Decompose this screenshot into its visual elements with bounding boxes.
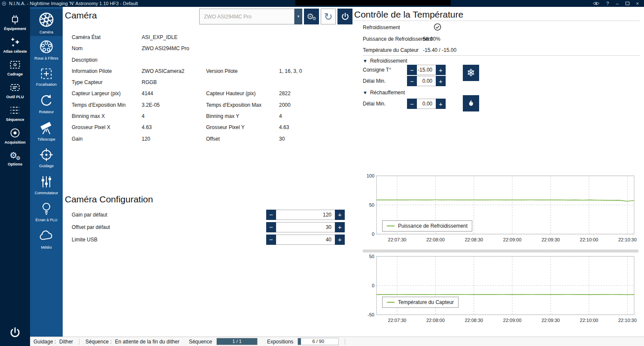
maximize-button[interactable]	[626, 0, 629, 6]
equipment-sidebar: Caméra Roue à Filtres Focalisation Rotat…	[30, 7, 63, 337]
sidebar-item-sequence[interactable]: Séquence	[0, 102, 30, 124]
info-label	[206, 32, 279, 43]
decrement-button[interactable]: −	[407, 99, 417, 109]
chart-splitter[interactable]	[363, 250, 638, 253]
equipment-tab-filter-wheel[interactable]: Roue à Filtres	[30, 36, 63, 63]
equipment-tab-telescope[interactable]: Télescope	[30, 117, 63, 144]
equipment-tab-weather[interactable]: Météo	[30, 225, 63, 252]
sidebar-item-flat-wizard[interactable]: Outil PLU	[0, 79, 30, 102]
telescope-icon	[38, 120, 55, 136]
info-label: Nom	[72, 43, 142, 54]
decrement-button[interactable]: −	[266, 210, 276, 220]
minimize-button[interactable]: –	[616, 0, 618, 6]
start-warming-button[interactable]	[463, 95, 479, 111]
increment-button[interactable]: +	[436, 65, 446, 75]
shutdown-button[interactable]	[0, 326, 30, 339]
target-temp-input[interactable]	[417, 65, 436, 75]
start-cooling-button[interactable]: ❄	[463, 65, 479, 81]
warming-duration-label: Délai Min.	[363, 101, 386, 107]
usb-limit-stepper: − +	[266, 235, 345, 245]
increment-button[interactable]: +	[335, 222, 345, 232]
info-value: ASI_EXP_IDLE	[142, 32, 206, 43]
offset-default-input[interactable]	[276, 222, 335, 232]
offset-default-stepper: − +	[266, 222, 345, 232]
content-area: Caméra ZWO ASI294MC Pro ▼ ⚙ ⚙ ↻ Caméra É…	[63, 7, 644, 337]
decrement-button[interactable]: −	[266, 235, 276, 245]
cooler-label: Refroidissement	[363, 24, 400, 30]
sidebar-item-framing[interactable]: Cadrage	[0, 56, 30, 79]
sidebar-item-options[interactable]: ⚙⚙ Options	[0, 147, 30, 170]
cooler-on-check-icon[interactable]	[434, 23, 441, 31]
info-value	[279, 32, 339, 43]
power-icon	[9, 326, 21, 339]
info-label: Gain	[72, 133, 142, 144]
info-label: Temps d'Exposition Min	[72, 99, 142, 111]
close-button[interactable]: ×	[636, 0, 639, 6]
info-label	[206, 43, 279, 54]
equipment-tab-camera[interactable]: Caméra	[30, 9, 63, 36]
info-value	[279, 54, 339, 66]
info-value: 2822	[279, 88, 339, 99]
increment-button[interactable]: +	[335, 235, 345, 245]
window-title: N.I.N.A. - Nighttime Imaging 'N' Astrono…	[9, 1, 138, 6]
gain-default-input[interactable]	[276, 210, 335, 220]
equipment-tab-focuser[interactable]: Focalisation	[30, 63, 63, 90]
equipment-tab-flat-panel[interactable]: Écran à PLU	[30, 198, 63, 225]
increment-button[interactable]: +	[436, 99, 446, 109]
device-toolbar: ZWO ASI294MC Pro ▼ ⚙ ⚙ ↻	[199, 9, 352, 24]
decrement-button[interactable]: −	[266, 222, 276, 232]
info-label: Capteur Largeur (pix)	[72, 88, 142, 99]
sequence-status-value: En attente de la fin du dither	[115, 339, 179, 345]
sidebar-item-equipment[interactable]: Équipement	[0, 11, 30, 33]
warming-duration-stepper: − +	[407, 99, 446, 109]
divider	[345, 339, 345, 345]
equipment-tab-rotator[interactable]: Rotateur	[30, 90, 63, 117]
svg-text:22:10:30: 22:10:30	[618, 318, 637, 323]
framing-icon	[9, 59, 21, 71]
svg-text:22:09:00: 22:09:00	[503, 237, 522, 242]
info-label: Binning max Y	[206, 111, 279, 122]
warming-duration-input[interactable]	[417, 99, 436, 109]
eye-icon[interactable]	[593, 1, 599, 6]
cooling-duration-input[interactable]	[417, 76, 436, 86]
config-label: Gain par défaut	[72, 212, 266, 218]
cloud-icon	[38, 228, 55, 244]
info-value: 30	[279, 133, 339, 144]
help-button[interactable]: ?	[606, 0, 609, 6]
foreign-window-strip	[295, 0, 451, 6]
usb-limit-input[interactable]	[276, 235, 335, 245]
sidebar-item-imaging[interactable]: Acquisition	[0, 124, 30, 147]
page-title: Caméra	[65, 10, 97, 21]
info-value: 4.63	[142, 122, 206, 133]
connect-camera-button[interactable]	[337, 9, 352, 24]
info-value: 4	[142, 111, 206, 122]
divider	[363, 55, 640, 56]
temperature-panel: Contrôle de la Température Refroidisseme…	[352, 7, 644, 337]
camera-select[interactable]: ZWO ASI294MC Pro	[199, 9, 295, 24]
increment-button[interactable]: +	[436, 76, 446, 86]
sidebar-item-sky-atlas[interactable]: Atlas céleste	[0, 33, 30, 56]
info-label: Version Pilote	[206, 66, 279, 77]
exposures-progress-label: Expositions	[267, 339, 293, 345]
flat-wizard-icon	[9, 81, 21, 93]
gain-default-stepper: − +	[266, 210, 345, 220]
svg-text:22:10:30: 22:10:30	[618, 237, 637, 242]
camera-settings-button[interactable]: ⚙ ⚙	[304, 9, 319, 24]
decrement-button[interactable]: −	[407, 65, 417, 75]
svg-text:22:08:00: 22:08:00	[426, 237, 445, 242]
cooling-duration-label: Délai Min.	[363, 78, 386, 84]
legend-line-sample	[387, 302, 395, 303]
camera-select-value: ZWO ASI294MC Pro	[204, 14, 252, 20]
rescan-devices-button[interactable]: ↻	[321, 9, 336, 24]
cooling-expander[interactable]: ▼ Refroidissement	[363, 58, 407, 64]
equipment-icon	[9, 13, 21, 25]
warming-expander[interactable]: ▼ Réchauffement	[363, 90, 405, 96]
decrement-button[interactable]: −	[407, 76, 417, 86]
equipment-tab-switch[interactable]: Commutateur	[30, 171, 63, 198]
sensor-temp-legend: Température du Capteur	[382, 297, 459, 308]
equipment-tab-guider[interactable]: Guidage	[30, 144, 63, 171]
sensor-temp-chart-svg: -5005022:07:3022:08:0022:08:3022:09:0022…	[363, 253, 638, 327]
sequence-status-label: Séquence :	[85, 339, 112, 345]
camera-select-dropdown-button[interactable]: ▼	[295, 9, 302, 24]
increment-button[interactable]: +	[335, 210, 345, 220]
